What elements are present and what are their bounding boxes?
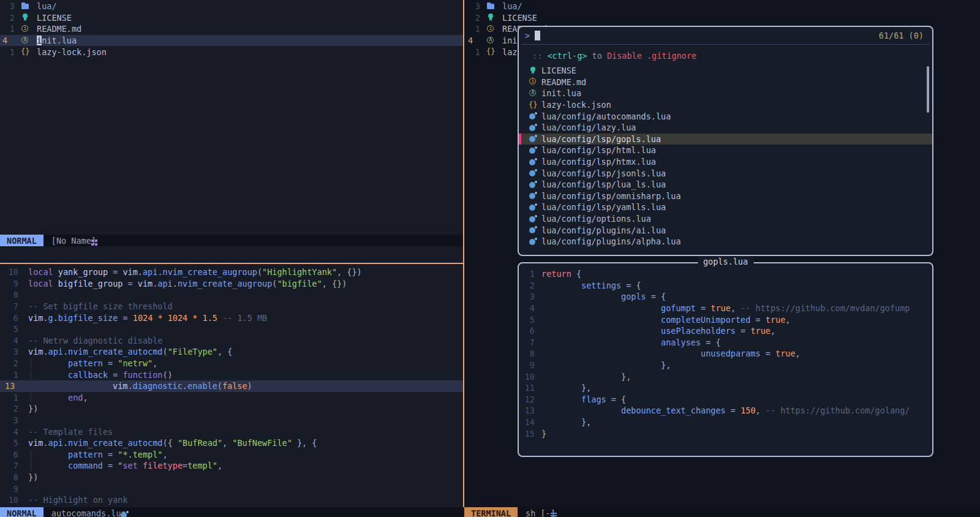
line-number: 6 xyxy=(0,450,18,459)
file-name: LICENSE xyxy=(502,13,537,23)
finder-results: LICENSEREADME.mdinit.lua{}lazy-lock.json… xyxy=(519,65,932,247)
file-name: lua/config/plugins/ai.lua xyxy=(541,225,666,235)
code-row[interactable]: 8 xyxy=(0,289,463,301)
list-row[interactable]: init.lua xyxy=(519,88,932,99)
init-lua-icon xyxy=(21,37,29,45)
file-name: lua/config/lsp/omnisharp.lua xyxy=(541,191,681,201)
tree-row[interactable]: 2LICENSE xyxy=(466,12,980,24)
code-row[interactable]: 13 vim.diagnostic.enable(false) xyxy=(0,380,463,392)
code-row[interactable]: 10-- Highlight on yank xyxy=(0,494,463,506)
list-row[interactable]: lua/config/lsp/gopls.lua xyxy=(519,134,932,145)
list-row[interactable]: lua/config/lsp/html.lua xyxy=(519,145,932,156)
file-name: lazy-lock.json xyxy=(541,100,611,110)
code-row[interactable]: 4-- Netrw diagnostic disable xyxy=(0,335,463,347)
line-number: 4 xyxy=(0,427,18,437)
code-row: 4 gofumpt = true, -- https://github.com/… xyxy=(519,303,932,314)
mode-indicator: TERMINAL xyxy=(464,507,518,517)
code-text: -- Template files xyxy=(28,427,113,437)
file-name: lua/config/lsp/yamlls.lua xyxy=(541,202,666,212)
init-lua-icon xyxy=(486,37,495,45)
tree-row[interactable]: 4init.lua xyxy=(0,35,463,47)
code-row: 15} xyxy=(519,428,932,439)
line-number: 3 xyxy=(0,347,18,357)
code-text: │ command = "set filetype=templ", xyxy=(28,461,222,470)
list-row[interactable]: lua/config/lsp/yamlls.lua xyxy=(519,202,932,213)
file-name: LICENSE xyxy=(37,13,72,23)
readme-icon xyxy=(21,25,29,33)
line-number: 7 xyxy=(0,301,18,311)
list-row[interactable]: lua/config/lsp/jsonls.lua xyxy=(519,167,932,179)
code-row[interactable]: 8}) xyxy=(0,472,463,483)
code-row[interactable]: 5vim.api.nvim_create_autocmd({ "BufRead"… xyxy=(0,437,463,449)
code-text: }) xyxy=(28,404,38,413)
code-row[interactable]: 3vim.api.nvim_create_autocmd("FileType",… xyxy=(0,346,463,358)
line-number: 8 xyxy=(0,290,18,300)
list-row[interactable]: lua/config/options.lua xyxy=(519,213,932,225)
code-row[interactable]: 6vim.g.bigfile_size = 1024 * 1024 * 1.5 … xyxy=(0,312,463,323)
code-row: 13 debounce_text_changes = 150, -- https… xyxy=(519,405,932,417)
file-name: lua/config/lsp/jsonls.lua xyxy=(541,168,666,178)
code-row[interactable]: 1│ callback = function() xyxy=(0,369,463,380)
list-row[interactable]: lua/config/plugins/alpha.lua xyxy=(519,236,932,247)
code-row[interactable]: 5 xyxy=(0,323,463,335)
separator xyxy=(521,44,930,45)
tree-row[interactable]: 3lua/ xyxy=(466,1,980,12)
line-number: 3 xyxy=(0,415,18,425)
code-row: 1return { xyxy=(519,268,932,280)
code-row[interactable]: 9 xyxy=(0,483,463,494)
lua-icon xyxy=(529,146,537,154)
list-row[interactable]: lua/config/lsp/omnisharp.lua xyxy=(519,191,932,202)
statusline-terminal: TERMINAL sh [-] xyxy=(464,507,980,517)
line-number: 3 xyxy=(519,292,535,301)
code-row[interactable]: 1│ end, xyxy=(0,392,463,404)
file-name: lazy-lock.json xyxy=(37,47,107,57)
list-row[interactable]: {}lazy-lock.json xyxy=(519,99,932,111)
tree-row[interactable]: 2LICENSE xyxy=(0,12,463,24)
lines-icon xyxy=(549,511,558,517)
scrollbar[interactable] xyxy=(927,66,929,113)
file-name: lua/config/lsp/lua_ls.lua xyxy=(541,179,666,189)
code-row[interactable]: 2│ pattern = "netrw", xyxy=(0,358,463,369)
code-row: 11 }, xyxy=(519,382,932,394)
finder-prompt[interactable]: > 61/61 (0) xyxy=(519,27,932,44)
line-number: 9 xyxy=(0,279,18,289)
lua-icon xyxy=(529,192,537,200)
list-row[interactable]: README.md xyxy=(519,77,932,88)
line-number: 13 xyxy=(519,406,535,415)
code-text: flags = { xyxy=(541,394,626,404)
code-text: vim.api.nvim_create_autocmd({ "BufRead",… xyxy=(28,438,317,448)
code-row: 6 usePlaceholders = true, xyxy=(519,325,932,337)
preview-window: gopls.lua 1return {2 settings = {3 gopls… xyxy=(518,262,933,457)
code-editor: 10local yank_group = vim.api.nvim_create… xyxy=(0,264,463,510)
line-number: 1 xyxy=(0,47,15,57)
code-row[interactable]: 7│ command = "set filetype=templ", xyxy=(0,460,463,472)
code-text: }, xyxy=(541,417,591,427)
code-row[interactable]: 7-- Set bigfile size threshold xyxy=(0,301,463,312)
line-number: 7 xyxy=(0,461,18,470)
code-row[interactable]: 10local yank_group = vim.api.nvim_create… xyxy=(0,266,463,278)
list-row[interactable]: LICENSE xyxy=(519,65,932,77)
line-number: 9 xyxy=(519,360,535,370)
code-row[interactable]: 2}) xyxy=(0,403,463,415)
list-row[interactable]: lua/config/autocomands.lua xyxy=(519,110,932,122)
list-row[interactable]: lua/config/lsp/lua_ls.lua xyxy=(519,179,932,191)
list-row[interactable]: lua/config/lazy.lua xyxy=(519,122,932,134)
code-row[interactable]: 9local bigfile_group = vim.api.nvim_crea… xyxy=(0,278,463,290)
license-icon xyxy=(21,13,29,21)
line-number: 9 xyxy=(0,484,18,494)
tree-row[interactable]: 3lua/ xyxy=(0,1,463,12)
tree-row[interactable]: 1README.md xyxy=(0,23,463,35)
window-separator[interactable] xyxy=(463,0,464,507)
list-row[interactable]: lua/config/lsp/htmx.lua xyxy=(519,156,932,168)
json-icon: {} xyxy=(529,101,537,109)
code-row[interactable]: 3 xyxy=(0,415,463,426)
line-number: 2 xyxy=(466,13,480,23)
code-row: 12 flags = { xyxy=(519,394,932,406)
code-row[interactable]: 4-- Template files xyxy=(0,426,463,437)
tree-row[interactable]: 1{}lazy-lock.json xyxy=(0,46,463,58)
line-number: 1 xyxy=(466,47,480,57)
code-row[interactable]: 6│ pattern = "*.templ", xyxy=(0,449,463,461)
line-number: 2 xyxy=(519,281,535,290)
list-row[interactable]: lua/config/plugins/ai.lua xyxy=(519,224,932,236)
code-text: local yank_group = vim.api.nvim_create_a… xyxy=(28,267,362,277)
